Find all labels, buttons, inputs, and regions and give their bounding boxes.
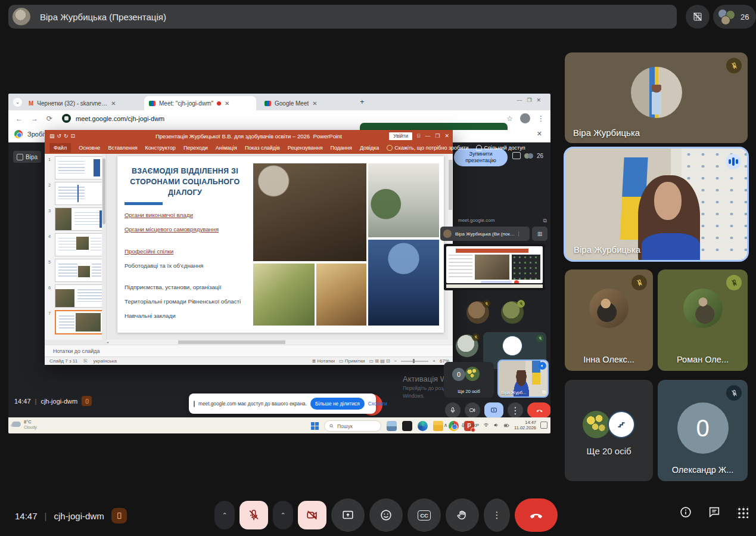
end-call-button[interactable] [515, 498, 558, 532]
tile-more-people[interactable]: Ще 20 осіб [565, 380, 653, 481]
ribbon-tab[interactable]: Переходи [183, 145, 208, 151]
edge-icon[interactable] [418, 421, 428, 431]
slide-thumbnail[interactable]: 5 [48, 259, 104, 282]
slide-thumbnail[interactable]: 4 [48, 233, 104, 256]
minimize-icon[interactable]: — [425, 133, 430, 139]
ribbon-tab[interactable]: Вставлення [108, 145, 137, 151]
start-button[interactable] [311, 422, 319, 430]
mic-off-button[interactable] [239, 501, 268, 529]
notification-icon[interactable] [540, 422, 547, 429]
tell-me-box[interactable]: Скажіть, що потрібно зробити [387, 145, 468, 151]
quick-access-icons[interactable]: ▤↺↻⊡ [49, 133, 77, 139]
volume-icon[interactable] [493, 422, 499, 428]
slide-thumbnail[interactable]: 6 [48, 284, 104, 308]
apps-grid-button[interactable] [736, 506, 748, 518]
ribbon-tab[interactable]: Конструктор [145, 145, 176, 151]
tray-expand-icon[interactable]: ∧ [444, 422, 448, 428]
new-tab-button[interactable]: + [360, 97, 365, 106]
tab-meet-active[interactable]: Meet: "cjh-jogi-dwm" ✕ [144, 96, 256, 110]
pip-present-button[interactable] [484, 402, 503, 418]
participants-count-button[interactable]: 26 [713, 5, 756, 29]
camera-options-chevron[interactable]: ⌃ [273, 501, 293, 529]
pip-participant-avatar[interactable] [456, 334, 478, 357]
pip-more-button[interactable]: ⋮ [508, 402, 523, 418]
slide-thumbnail[interactable]: 2 [48, 182, 104, 205]
more-options-button[interactable]: ⋮ [484, 498, 510, 532]
pip-tile-more-people[interactable]: 0 Ще 20 осіб [444, 362, 494, 398]
view-buttons[interactable]: ▭ ⊞ ▤ ⊡ [369, 358, 390, 364]
inner-participants-count[interactable]: 26 [512, 150, 543, 161]
share-button[interactable]: Спільний доступ [476, 145, 525, 151]
comments-toggle[interactable]: ▭ Примітки [339, 358, 365, 364]
camera-off-button[interactable] [298, 501, 326, 529]
language-indicator[interactable]: українська [94, 358, 117, 364]
stop-presenting-button[interactable]: Зупинити презентацію [454, 148, 508, 166]
ribbon-tab-file[interactable]: Файл [49, 143, 71, 153]
sign-in-button[interactable]: Увійти [389, 132, 412, 140]
pip-header-button[interactable]: ▥ [532, 227, 547, 241]
close-tab-icon[interactable]: ✕ [111, 100, 116, 107]
pip-header[interactable]: Віра Журбицька (Ви (пока... ⋮ [440, 227, 530, 241]
battery-icon[interactable] [503, 422, 510, 429]
sync-icon[interactable]: ↻ [452, 422, 456, 428]
explorer-icon[interactable] [433, 421, 443, 431]
crop-icon[interactable]: ⧉ [542, 389, 546, 395]
zoom-in-icon[interactable]: + [433, 358, 435, 364]
address-bar[interactable]: meet.google.com/cjh-jogi-dwm [76, 115, 164, 122]
participant-tile-vira-speaking[interactable]: Віра Журбицька [564, 147, 749, 262]
slide-thumbnail[interactable]: 1 [48, 156, 104, 179]
tab-search-icon[interactable]: ⌄ [13, 98, 22, 107]
stop-sharing-button[interactable]: Більше не ділитися [310, 398, 365, 410]
reactions-button[interactable] [369, 498, 403, 532]
tab-google-meet[interactable]: Google Meet ✕ [260, 97, 354, 110]
wifi-icon[interactable] [483, 422, 489, 428]
pip-participant-avatar[interactable] [501, 301, 524, 324]
zoom-slider[interactable] [401, 361, 428, 362]
taskbar-clock[interactable]: 14:4711.02.2026 [514, 420, 536, 430]
taskbar-weather[interactable]: 8°CCloudy [12, 420, 37, 429]
taskbar-search[interactable]: Пошук [324, 420, 381, 432]
raise-hand-button[interactable] [446, 498, 479, 532]
thumbnail-scrollbar[interactable] [102, 154, 106, 340]
close-icon[interactable]: ✕ [444, 133, 449, 139]
profile-avatar[interactable] [520, 113, 530, 123]
close-infobar-icon[interactable]: ✕ [537, 130, 542, 138]
pip-tile-self[interactable]: Віра Журб... ⧉ [497, 360, 549, 398]
browser-menu-icon[interactable]: ⋮ [537, 114, 545, 123]
ribbon-tab[interactable]: Довідка [360, 145, 379, 151]
captions-button[interactable]: CC [407, 498, 441, 532]
chat-button[interactable] [708, 506, 721, 519]
forward-icon[interactable]: → [31, 114, 38, 123]
participant-tile-oleksandr[interactable]: 0 Олександр Ж... [658, 380, 748, 481]
popout-icon[interactable]: ⧉ [543, 218, 547, 224]
maximize-icon[interactable]: ❐ [435, 133, 440, 139]
pip-end-call-button[interactable] [527, 402, 550, 418]
language-indicator[interactable]: УКР [470, 423, 479, 428]
slide-horizontal-scrollbar[interactable]: ◂ [107, 340, 453, 345]
info-button[interactable] [679, 506, 692, 519]
app-icon[interactable] [402, 421, 412, 431]
close-tab-icon[interactable]: ✕ [225, 100, 229, 107]
participant-tile-inna[interactable]: Інна Олекс... [565, 269, 653, 371]
tab-gmail[interactable]: M Чернетки (32) - skarvnetz@u... ✕ [24, 97, 141, 110]
participant-tile-vira-muted[interactable]: Віра Журбицька [565, 52, 748, 143]
pip-participant-avatar[interactable] [466, 301, 489, 324]
pip-mic-button[interactable] [445, 402, 461, 418]
bookmark-star-icon[interactable]: ☆ [506, 114, 513, 123]
window-controls[interactable]: —❐✕ [517, 97, 546, 103]
photos-app-icon[interactable] [387, 421, 397, 431]
pip-camera-button[interactable] [465, 402, 480, 418]
mic-options-chevron[interactable]: ⌃ [214, 501, 235, 529]
slide-thumbnail[interactable]: 3 [48, 207, 104, 231]
notes-toggle[interactable]: ≣ Нотатки [312, 358, 335, 364]
zoom-out-icon[interactable]: − [394, 358, 397, 364]
ribbon-tab[interactable]: Показ слайдів [245, 145, 280, 151]
slide-thumbnail-selected[interactable]: 7 [48, 310, 104, 334]
layout-disabled-button[interactable] [686, 5, 710, 29]
close-tab-icon[interactable]: ✕ [312, 100, 317, 107]
spellcheck-icon[interactable]: ⎘ [83, 358, 87, 364]
present-button[interactable] [331, 498, 365, 532]
ribbon-tab[interactable]: Подання [331, 145, 352, 151]
back-icon[interactable]: ← [15, 114, 23, 123]
ribbon-tab[interactable]: Основне [79, 145, 100, 151]
